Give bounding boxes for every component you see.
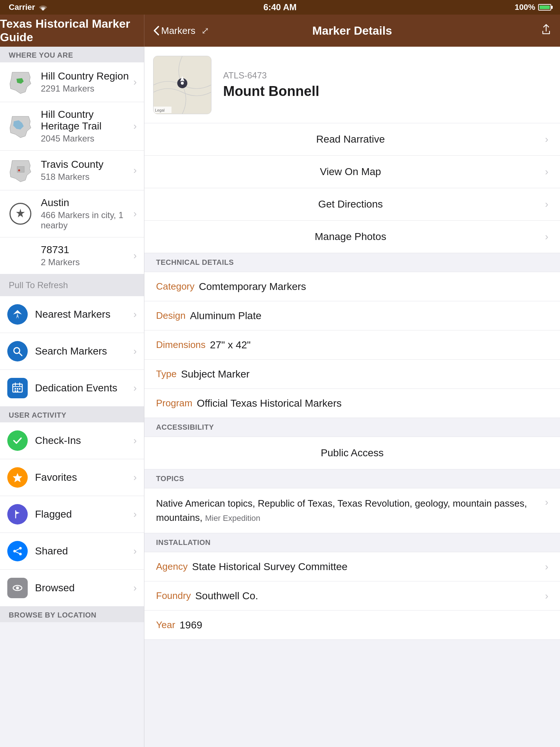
svg-point-25	[181, 82, 184, 85]
texas-map-hill-country	[7, 69, 34, 95]
checkmark-icon	[12, 435, 23, 446]
design-value: Aluminum Plate	[190, 310, 548, 322]
svg-rect-10	[19, 388, 20, 390]
flagged-label: Flagged	[35, 508, 131, 520]
get-directions-button[interactable]: Get Directions ›	[144, 188, 560, 221]
chevron-icon: ›	[133, 165, 137, 176]
manage-photos-button[interactable]: Manage Photos ›	[144, 221, 560, 253]
chevron-icon: ›	[133, 382, 137, 394]
marker-atls: ATLS-6473	[223, 70, 551, 81]
share-button[interactable]	[541, 24, 551, 38]
svg-line-17	[16, 549, 19, 551]
technical-details-header: TECHNICAL DETAILS	[144, 253, 560, 272]
texas-map-heritage	[7, 113, 34, 139]
nearest-markers-icon	[7, 304, 28, 325]
foundry-value: Southwell Co.	[195, 590, 542, 602]
wifi-icon	[39, 4, 47, 11]
status-bar: Carrier 6:40 AM 100%	[0, 0, 560, 15]
zip-code-item[interactable]: 78731 2 Markers ›	[0, 237, 144, 274]
heritage-trail-map-icon	[7, 113, 34, 139]
star-circle-icon	[14, 207, 27, 220]
chevron-icon: ›	[133, 76, 137, 88]
search-markers-icon	[7, 341, 28, 361]
favorites-icon	[7, 467, 28, 488]
flagged-item[interactable]: Flagged ›	[0, 496, 144, 533]
svg-line-18	[16, 552, 19, 554]
hill-country-map-icon	[7, 69, 34, 95]
design-row: Design Aluminum Plate	[144, 301, 560, 330]
browsed-item[interactable]: Browsed ›	[0, 570, 144, 607]
chevron-icon: ›	[133, 545, 137, 557]
svg-point-13	[13, 510, 22, 519]
svg-rect-11	[15, 390, 16, 392]
texas-map-travis	[7, 157, 34, 183]
agency-label: Agency	[156, 561, 188, 572]
view-on-map-button[interactable]: View On Map ›	[144, 156, 560, 188]
heritage-trail-item[interactable]: Hill Country Heritage Trail 2045 Markers…	[0, 102, 144, 151]
battery-percent: 100%	[515, 3, 535, 12]
hill-country-region-subtitle: 2291 Markers	[41, 84, 131, 94]
dedication-events-item[interactable]: Dedication Events ›	[0, 370, 144, 407]
flag-icon	[12, 508, 23, 520]
svg-point-15	[13, 550, 16, 553]
travis-county-item[interactable]: Travis County 518 Markers ›	[0, 151, 144, 190]
foundry-row[interactable]: Foundry Southwell Co. ›	[144, 581, 560, 611]
svg-rect-0	[17, 166, 24, 172]
heritage-trail-subtitle: 2045 Markers	[41, 133, 131, 144]
chevron-icon: ›	[545, 231, 548, 243]
search-markers-item[interactable]: Search Markers ›	[0, 333, 144, 370]
favorites-item[interactable]: Favorites ›	[0, 459, 144, 496]
search-markers-label: Search Markers	[35, 345, 131, 357]
zip-text: 78731 2 Markers	[41, 244, 131, 267]
nav-bar: Texas Historical Marker Guide Markers ⤢ …	[0, 15, 560, 47]
heritage-trail-title: Hill Country Heritage Trail	[41, 109, 131, 132]
share-icon	[541, 24, 551, 35]
chevron-icon: ›	[545, 198, 548, 210]
year-value: 1969	[180, 619, 548, 631]
hill-country-region-title: Hill Country Region	[41, 70, 131, 82]
right-panel: Legal ATLS-6473 Mount Bonnell Read Narra…	[144, 47, 560, 747]
nearest-markers-label: Nearest Markers	[35, 309, 131, 320]
check-ins-label: Check-Ins	[35, 435, 131, 446]
marker-header: Legal ATLS-6473 Mount Bonnell	[144, 47, 560, 123]
hill-country-region-item[interactable]: Hill Country Region 2291 Markers ›	[0, 62, 144, 102]
read-narrative-button[interactable]: Read Narrative ›	[144, 123, 560, 156]
chevron-icon: ›	[545, 133, 548, 145]
nav-title-right: Marker Details	[312, 24, 392, 38]
view-on-map-label: View On Map	[156, 166, 545, 178]
eye-icon	[11, 582, 24, 594]
austin-city-item[interactable]: Austin 466 Markers in city, 1 nearby ›	[0, 190, 144, 237]
agency-row[interactable]: Agency State Historical Survey Committee…	[144, 552, 560, 581]
check-ins-item[interactable]: Check-Ins ›	[0, 422, 144, 459]
search-icon	[12, 345, 23, 357]
back-button[interactable]: Markers ⤢	[153, 25, 209, 36]
nearest-markers-item[interactable]: Nearest Markers ›	[0, 296, 144, 333]
austin-text: Austin 466 Markers in city, 1 nearby	[41, 197, 131, 231]
austin-icon	[7, 201, 34, 227]
left-panel: WHERE YOU ARE Hill Country Region 2291 M…	[0, 47, 144, 747]
chevron-icon: ›	[133, 309, 137, 320]
year-label: Year	[156, 619, 175, 631]
calendar-icon	[11, 382, 24, 394]
austin-subtitle: 466 Markers in city, 1 nearby	[41, 210, 131, 231]
zip-code: 78731	[41, 244, 131, 256]
shared-item[interactable]: Shared ›	[0, 533, 144, 570]
nav-right-section: Markers ⤢ Marker Details	[144, 15, 560, 47]
chevron-icon: ›	[545, 166, 548, 178]
chevron-icon: ›	[133, 345, 137, 357]
public-access-label: Public Access	[321, 447, 384, 459]
svg-text:Legal: Legal	[155, 108, 165, 112]
chevron-icon: ›	[133, 582, 137, 594]
marker-map-thumbnail: Legal	[153, 56, 211, 114]
pull-to-refresh: Pull To Refresh	[0, 274, 144, 296]
topics-text: Native American topics, Republic of Texa…	[156, 496, 542, 525]
austin-title: Austin	[41, 197, 131, 209]
star-icon	[12, 472, 23, 483]
zip-subtitle: 2 Markers	[41, 257, 131, 267]
status-bar-right: 100%	[515, 3, 551, 12]
program-label: Program	[156, 398, 192, 409]
topics-row[interactable]: Native American topics, Republic of Texa…	[144, 488, 560, 533]
chevron-icon: ›	[545, 496, 548, 508]
favorites-label: Favorites	[35, 472, 131, 483]
dimensions-label: Dimensions	[156, 339, 206, 351]
